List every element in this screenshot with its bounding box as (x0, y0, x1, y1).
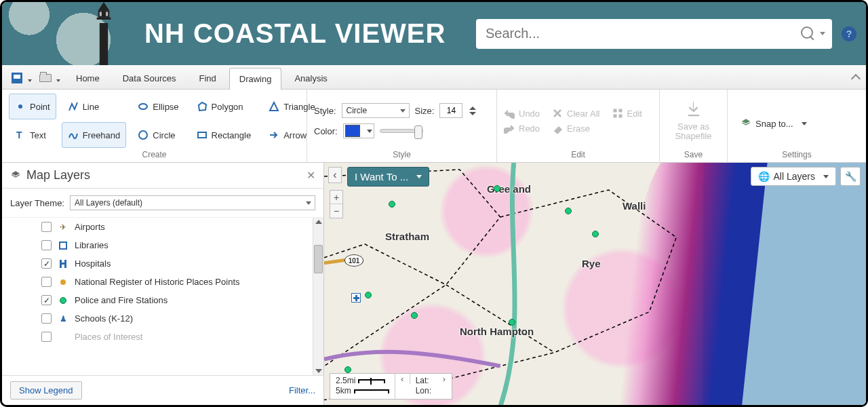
tool-polygon[interactable]: Polygon (191, 94, 258, 119)
layer-row: ✈Airports (2, 218, 323, 236)
ribbon-group-style: Style: Circle Size: Color: Style (307, 90, 497, 162)
map-tools-button[interactable]: 🔧 (840, 167, 861, 186)
group-label-edit: Edit (504, 148, 652, 162)
scrollbar[interactable] (313, 218, 323, 375)
station-marker[interactable] (509, 319, 515, 326)
snap-to-button[interactable]: Snap to... (734, 115, 813, 132)
scroll-thumb[interactable] (314, 245, 323, 273)
layer-checkbox[interactable] (41, 313, 52, 324)
drawing-ribbon: PointLineEllipsePolygonTriangleTTextFree… (2, 90, 866, 163)
station-marker[interactable] (344, 366, 351, 373)
layers-icon (741, 118, 751, 129)
search-icon[interactable] (801, 26, 816, 41)
layer-symbol-icon: ✈ (58, 222, 68, 232)
open-menu-caret[interactable] (56, 79, 60, 82)
edit-redo[interactable]: Redo (504, 123, 540, 134)
tool-ellipse[interactable]: Ellipse (132, 94, 184, 119)
edit-erase[interactable]: Erase (552, 123, 599, 134)
station-marker[interactable] (592, 231, 599, 237)
app-title: NH COASTAL VIEWER (144, 18, 446, 49)
tool-line[interactable]: Line (62, 94, 127, 119)
station-marker[interactable] (411, 312, 418, 319)
help-icon[interactable]: ? (842, 26, 856, 41)
tab-data-sources[interactable]: Data Sources (113, 67, 186, 89)
search-dropdown-caret[interactable] (820, 32, 825, 35)
tab-analysis[interactable]: Analysis (284, 67, 337, 89)
svg-rect-10 (198, 132, 206, 138)
color-picker[interactable] (343, 123, 374, 138)
tool-point[interactable]: Point (9, 94, 56, 119)
station-marker[interactable] (565, 208, 572, 214)
layer-symbol-icon (58, 241, 68, 250)
scroll-up-icon[interactable] (315, 220, 322, 224)
layer-row: Places of Interest (2, 328, 323, 346)
layer-row: ♟Schools (K-12) (2, 309, 323, 328)
scroll-down-icon[interactable] (315, 369, 322, 373)
zoom-in-button[interactable]: + (330, 191, 342, 204)
size-spin-down[interactable] (469, 112, 476, 115)
save-menu-caret[interactable] (28, 79, 32, 82)
lon-label: Lon: (416, 386, 431, 397)
layer-symbol-icon (58, 259, 68, 269)
map-layers-panel: Map Layers ✕ Layer Theme: All Layers (de… (2, 163, 324, 405)
edit-clear[interactable]: Clear All (552, 108, 599, 119)
next-extent-button[interactable]: › (437, 374, 452, 384)
size-spin-up[interactable] (469, 106, 476, 110)
save-project-icon[interactable] (10, 71, 24, 85)
layer-label: Hospitals (75, 258, 111, 269)
save-as-shapefile-button[interactable]: Save as Shapefile (667, 94, 720, 148)
show-legend-button[interactable]: Show Legend (10, 381, 82, 400)
expand-panel-button[interactable]: ‹ (328, 167, 342, 183)
layer-checkbox[interactable] (41, 258, 52, 269)
edit-undo[interactable]: Undo (504, 108, 540, 119)
ribbon-group-edit: UndoClear AllEditRedoErase Edit (497, 90, 660, 162)
station-marker[interactable] (494, 185, 500, 192)
tool-freehand[interactable]: Freehand (62, 122, 127, 148)
panel-title: Map Layers (26, 168, 90, 182)
search-input[interactable] (486, 26, 801, 41)
lighthouse-logo (83, 2, 124, 65)
zoom-out-button[interactable]: − (330, 204, 342, 218)
hospital-marker[interactable] (351, 293, 361, 303)
layer-label: Libraries (75, 240, 108, 250)
svg-rect-19 (60, 263, 66, 265)
opacity-slider[interactable] (380, 129, 423, 133)
tool-text[interactable]: TText (9, 122, 56, 148)
tab-drawing[interactable]: Drawing (229, 68, 282, 90)
open-project-icon[interactable] (39, 71, 52, 85)
tab-home[interactable]: Home (66, 67, 110, 89)
style-select[interactable]: Circle (342, 103, 410, 118)
filter-link[interactable]: Filter... (289, 385, 315, 395)
i-want-to-button[interactable]: I Want To ... (347, 167, 429, 187)
ribbon-group-create: PointLineEllipsePolygonTriangleTTextFree… (2, 90, 307, 162)
station-marker[interactable] (365, 292, 372, 298)
zoom-control: + − (330, 190, 343, 218)
layer-theme-select[interactable]: All Layers (default) (70, 195, 315, 210)
layer-row: Libraries (2, 236, 323, 254)
layer-checkbox[interactable] (41, 295, 52, 305)
collapse-ribbon-icon[interactable] (852, 75, 859, 82)
ribbon-group-settings: Snap to... Settings (728, 90, 866, 162)
layer-checkbox[interactable] (41, 332, 52, 342)
tool-rectangle[interactable]: Rectangle (191, 122, 258, 148)
svg-rect-14 (619, 115, 622, 117)
prev-extent-button[interactable]: ‹ (395, 374, 410, 384)
edit-edit[interactable]: Edit (612, 108, 642, 119)
close-icon[interactable]: ✕ (307, 169, 315, 182)
svg-rect-16 (60, 243, 66, 248)
freehand-icon (68, 130, 79, 140)
arrow-icon (269, 130, 279, 140)
erase-icon (552, 123, 563, 134)
layer-checkbox[interactable] (41, 240, 52, 250)
size-input[interactable] (439, 103, 462, 118)
layer-checkbox[interactable] (41, 277, 52, 287)
map-canvas[interactable]: 101 Gree andStrathamWalliRyeNorth Hampto… (324, 163, 866, 405)
group-label-save: Save (667, 148, 720, 162)
station-marker[interactable] (389, 201, 395, 208)
all-layers-button[interactable]: 🌐 All Layers (751, 167, 836, 186)
layer-checkbox[interactable] (41, 222, 52, 232)
search-box[interactable] (476, 19, 832, 49)
tab-find[interactable]: Find (189, 67, 226, 89)
tool-circle[interactable]: Circle (132, 122, 184, 148)
size-label: Size: (415, 106, 435, 116)
